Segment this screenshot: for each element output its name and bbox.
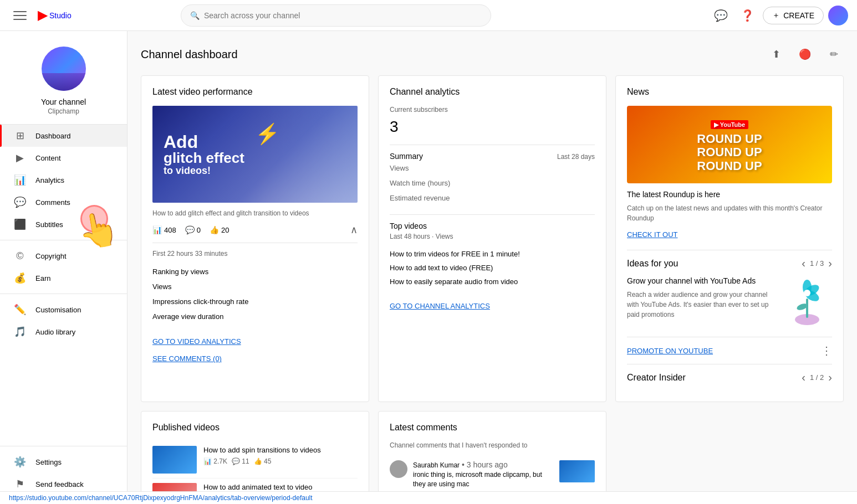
more-options-button[interactable]: ⋮ (821, 344, 832, 357)
creator-divider (627, 364, 832, 364)
sidebar-item-audio-library[interactable]: 🎵 Audio library (0, 321, 127, 343)
comment-time-1: • 3 hours ago (462, 460, 508, 469)
ideas-prev-button[interactable]: ‹ (802, 257, 805, 270)
creator-prev-button[interactable]: ‹ (802, 371, 805, 384)
status-bar: https://studio.youtube.com/channel/UCA70… (0, 491, 857, 504)
roundup-text3: ROUND UP (697, 160, 762, 173)
sidebar-item-subtitles[interactable]: ⬛ Subtitles (0, 213, 127, 235)
summary-period: Last 28 days (557, 153, 595, 161)
summary-section: Summary Last 28 days Views Watch time (h… (390, 152, 595, 205)
channel-analytics-card: Channel analytics Current subscribers 3 … (378, 75, 606, 402)
promote-button[interactable]: PROMOTE ON YOUTUBE (627, 347, 713, 355)
sidebar-item-dashboard[interactable]: ⊞ Dashboard (0, 125, 127, 147)
pub-video-thumb-1 (152, 446, 197, 474)
video-performance-details: First 22 hours 33 minutes Ranking by vie… (152, 250, 358, 363)
see-comments-link[interactable]: SEE COMMENTS (0) (152, 354, 358, 363)
svg-point-6 (804, 290, 810, 296)
comments-value: 0 (197, 226, 201, 234)
sidebar-label-dashboard: Dashboard (35, 132, 71, 140)
latest-video-title: Latest video performance (152, 87, 358, 97)
sidebar-divider-1 (0, 240, 127, 240)
page-actions: ⬆ 🔴 ✏ (766, 44, 844, 64)
published-videos-title: Published videos (152, 423, 358, 433)
impressions-item: Impressions click-through rate (152, 294, 358, 309)
channel-analytics-title: Channel analytics (390, 87, 595, 97)
create-button[interactable]: ＋ CREATE (763, 7, 824, 24)
revenue-row: Estimated revenue (390, 191, 595, 205)
settings-icon: ⚙️ (13, 455, 27, 469)
upload-button[interactable]: ⬆ (766, 44, 786, 64)
latest-comments-card: Latest comments Channel comments that I … (378, 411, 606, 504)
youtube-icon: ▶ (38, 8, 47, 23)
live-button[interactable]: 🔴 (795, 44, 815, 64)
subscribers-label: Current subscribers (390, 106, 595, 114)
views-stat: 📊 408 (152, 225, 176, 234)
check-out-button[interactable]: CHECK IT OUT (627, 230, 678, 239)
sidebar-item-settings[interactable]: ⚙️ Settings (0, 451, 127, 473)
creator-next-button[interactable]: › (828, 371, 832, 384)
status-url: https://studio.youtube.com/channel/UCA70… (9, 494, 313, 502)
layout: Your channel Clipchamp ⊞ Dashboard ▶ Con… (0, 31, 857, 504)
views-row-label: Views (390, 164, 409, 172)
sidebar-item-content[interactable]: ▶ Content (0, 147, 127, 169)
navbar-left: ▶ Studio (9, 4, 72, 27)
video-person (266, 106, 358, 203)
help-button[interactable]: ❓ (736, 4, 758, 27)
sidebar-item-analytics[interactable]: 📊 Analytics (0, 169, 127, 191)
sidebar-label-customisation: Customisation (35, 306, 81, 314)
sidebar-label-earn: Earn (35, 274, 50, 282)
ideas-next-button[interactable]: › (828, 257, 832, 270)
subtitles-icon: ⬛ (13, 218, 27, 231)
logo[interactable]: ▶ Studio (38, 8, 72, 23)
views-item: Views (152, 279, 358, 294)
ideas-text: Grow your channel with YouTube Ads Reach… (627, 276, 781, 320)
avatar-button[interactable] (828, 6, 848, 25)
feedback-icon: ⚑ (13, 477, 27, 491)
top-video-2: How to add text to video (FREE) (390, 261, 595, 275)
likes-value: 20 (221, 226, 229, 234)
ideas-page: 1 / 3 (810, 259, 824, 268)
dashboard-icon: ⊞ (13, 129, 27, 142)
svg-rect-1 (806, 299, 808, 318)
ideas-illustration (788, 276, 832, 328)
sidebar-item-customisation[interactable]: ✏️ Customisation (0, 299, 127, 321)
edit-button[interactable]: ✏ (824, 44, 844, 64)
search-bar[interactable]: 🔍 (181, 4, 491, 27)
video-thumbnail-text: Add glitch effect to videos! (164, 132, 244, 176)
earn-icon: 💰 (13, 271, 27, 285)
go-to-analytics-link[interactable]: GO TO VIDEO ANALYTICS (152, 337, 358, 346)
sidebar-label-audio-library: Audio library (35, 328, 75, 336)
thumb-add: Add (164, 132, 244, 150)
video-thumbnail[interactable]: Add glitch effect to videos! ⚡ (152, 106, 358, 203)
sidebar-item-earn[interactable]: 💰 Earn (0, 267, 127, 289)
comment-meta-1: Saurabh Kumar • 3 hours ago (413, 460, 554, 469)
top-video-1: How to trim videos for FREE in 1 minute! (390, 247, 595, 261)
expand-button[interactable]: ∧ (350, 224, 358, 236)
menu-button[interactable] (9, 4, 31, 27)
sidebar-divider-2 (0, 294, 127, 294)
creator-header: Creator Insider ‹ 1 / 2 › (627, 371, 832, 384)
messages-button[interactable]: 💬 (710, 4, 732, 27)
sidebar-item-copyright[interactable]: © Copyright (0, 245, 127, 267)
pub-likes-1: 👍 45 (254, 457, 272, 465)
pub-comments-1: 💬 11 (232, 457, 249, 465)
channel-info: Your channel Clipchamp (0, 35, 127, 125)
comments-stat: 💬 0 (185, 225, 201, 234)
video-stats: 📊 408 💬 0 👍 20 ∧ (152, 224, 358, 243)
latest-comments-subtitle: Channel comments that I haven't responde… (390, 441, 595, 449)
views-icon: 📊 (152, 225, 162, 234)
likes-icon: 👍 (210, 225, 219, 234)
news-card: News ▶ YouTube ROUND UP ROUND UP ROUND U… (615, 75, 844, 402)
summary-title: Summary (390, 152, 423, 161)
lightning-icon: ⚡ (255, 122, 280, 146)
latest-comments-title: Latest comments (390, 423, 595, 433)
dashboard-grid: Latest video performance Add glitch effe… (141, 75, 844, 402)
search-input[interactable] (204, 11, 482, 20)
go-to-channel-analytics-link[interactable]: GO TO CHANNEL ANALYTICS (390, 302, 490, 310)
comments-icon: 💬 (13, 196, 27, 209)
pub-video-title-1: How to add spin transitions to videos (203, 446, 358, 455)
ideas-title: Ideas for you (627, 259, 679, 269)
sidebar-label-comments: Comments (35, 198, 70, 207)
video-subtitle: How to add glitch effect and glitch tran… (152, 209, 358, 217)
sidebar-item-comments[interactable]: 💬 Comments (0, 191, 127, 213)
